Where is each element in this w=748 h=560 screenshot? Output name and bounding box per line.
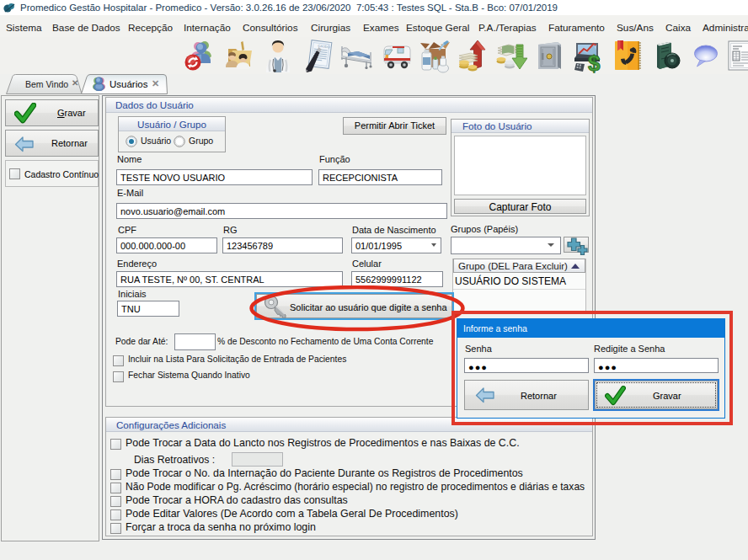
svg-text:$: $ <box>588 51 601 73</box>
